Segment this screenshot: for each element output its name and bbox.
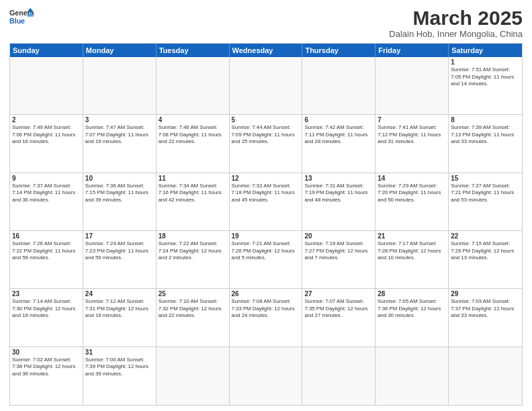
header-sunday: Sunday: [10, 44, 83, 57]
day-number-22: 22: [451, 232, 520, 240]
cal-cell-w3-d4: 20Sunrise: 7:19 AM Sunset: 7:27 PM Dayli…: [302, 231, 375, 288]
cal-cell-w5-d0: 30Sunrise: 7:02 AM Sunset: 7:38 PM Dayli…: [10, 347, 83, 405]
day-info-23: Sunrise: 7:14 AM Sunset: 7:30 PM Dayligh…: [12, 298, 81, 320]
cal-cell-w2-d2: 11Sunrise: 7:34 AM Sunset: 7:16 PM Dayli…: [157, 173, 230, 230]
cal-cell-w0-d0: [10, 57, 83, 114]
cal-cell-w1-d2: 4Sunrise: 7:46 AM Sunset: 7:08 PM Daylig…: [157, 115, 230, 172]
calendar-header: Sunday Monday Tuesday Wednesday Thursday…: [10, 44, 522, 57]
day-number-30: 30: [12, 349, 81, 356]
header-thursday: Thursday: [302, 44, 375, 57]
day-info-30: Sunrise: 7:02 AM Sunset: 7:38 PM Dayligh…: [12, 357, 81, 378]
header-tuesday: Tuesday: [157, 44, 230, 57]
day-number-5: 5: [232, 116, 300, 124]
day-number-20: 20: [304, 232, 373, 240]
cal-cell-w5-d5: [375, 347, 449, 405]
calendar-body: 1Sunrise: 7:51 AM Sunset: 7:05 PM Daylig…: [10, 57, 522, 405]
day-number-16: 16: [12, 232, 81, 240]
cal-cell-w5-d4: [302, 347, 375, 405]
day-number-12: 12: [232, 175, 300, 182]
day-number-11: 11: [159, 175, 227, 182]
page: General Blue March 2025 Dalain Hob, Inne…: [0, 0, 532, 411]
cal-cell-w3-d1: 17Sunrise: 7:24 AM Sunset: 7:23 PM Dayli…: [83, 231, 157, 288]
day-info-13: Sunrise: 7:31 AM Sunset: 7:19 PM Dayligh…: [304, 183, 373, 204]
cal-cell-w4-d4: 27Sunrise: 7:07 AM Sunset: 7:35 PM Dayli…: [302, 289, 375, 346]
day-info-18: Sunrise: 7:22 AM Sunset: 7:24 PM Dayligh…: [159, 240, 227, 262]
day-number-4: 4: [159, 116, 227, 124]
cal-cell-w3-d6: 22Sunrise: 7:15 AM Sunset: 7:29 PM Dayli…: [449, 231, 522, 288]
week-row-1: 2Sunrise: 7:49 AM Sunset: 7:06 PM Daylig…: [10, 115, 522, 173]
day-info-14: Sunrise: 7:29 AM Sunset: 7:20 PM Dayligh…: [378, 183, 446, 204]
cal-cell-w0-d4: [302, 57, 375, 114]
header-monday: Monday: [83, 44, 157, 57]
day-number-3: 3: [85, 116, 154, 124]
day-info-6: Sunrise: 7:42 AM Sunset: 7:11 PM Dayligh…: [304, 124, 373, 146]
day-number-24: 24: [85, 290, 154, 298]
day-info-26: Sunrise: 7:08 AM Sunset: 7:33 PM Dayligh…: [232, 298, 300, 320]
cal-cell-w4-d1: 24Sunrise: 7:12 AM Sunset: 7:31 PM Dayli…: [83, 289, 157, 346]
cal-cell-w1-d5: 7Sunrise: 7:41 AM Sunset: 7:12 PM Daylig…: [375, 115, 449, 172]
cal-cell-w2-d1: 10Sunrise: 7:36 AM Sunset: 7:15 PM Dayli…: [83, 173, 157, 230]
day-number-10: 10: [85, 175, 154, 182]
cal-cell-w0-d6: 1Sunrise: 7:51 AM Sunset: 7:05 PM Daylig…: [449, 57, 522, 114]
cal-cell-w4-d5: 28Sunrise: 7:05 AM Sunset: 7:36 PM Dayli…: [375, 289, 449, 346]
cal-cell-w5-d2: [157, 347, 230, 405]
day-info-25: Sunrise: 7:10 AM Sunset: 7:32 PM Dayligh…: [159, 298, 227, 320]
day-info-27: Sunrise: 7:07 AM Sunset: 7:35 PM Dayligh…: [304, 298, 373, 320]
cal-cell-w1-d0: 2Sunrise: 7:49 AM Sunset: 7:06 PM Daylig…: [10, 115, 83, 172]
week-row-3: 16Sunrise: 7:26 AM Sunset: 7:22 PM Dayli…: [10, 231, 522, 289]
week-row-2: 9Sunrise: 7:37 AM Sunset: 7:14 PM Daylig…: [10, 173, 522, 231]
svg-text:Blue: Blue: [9, 17, 25, 25]
day-info-5: Sunrise: 7:44 AM Sunset: 7:09 PM Dayligh…: [232, 124, 300, 146]
cal-cell-w0-d2: [157, 57, 230, 114]
day-info-9: Sunrise: 7:37 AM Sunset: 7:14 PM Dayligh…: [12, 183, 81, 204]
day-info-17: Sunrise: 7:24 AM Sunset: 7:23 PM Dayligh…: [85, 240, 154, 262]
cal-cell-w5-d6: [449, 347, 522, 405]
cal-cell-w1-d1: 3Sunrise: 7:47 AM Sunset: 7:07 PM Daylig…: [83, 115, 157, 172]
cal-cell-w1-d6: 8Sunrise: 7:39 AM Sunset: 7:13 PM Daylig…: [449, 115, 522, 172]
cal-cell-w2-d5: 14Sunrise: 7:29 AM Sunset: 7:20 PM Dayli…: [375, 173, 449, 230]
week-row-4: 23Sunrise: 7:14 AM Sunset: 7:30 PM Dayli…: [10, 289, 522, 347]
day-number-27: 27: [304, 290, 373, 298]
day-number-17: 17: [85, 232, 154, 240]
day-info-3: Sunrise: 7:47 AM Sunset: 7:07 PM Dayligh…: [85, 124, 154, 146]
day-number-13: 13: [304, 175, 373, 182]
day-number-25: 25: [159, 290, 227, 298]
title-block: March 2025 Dalain Hob, Inner Mongolia, C…: [389, 7, 523, 39]
day-info-24: Sunrise: 7:12 AM Sunset: 7:31 PM Dayligh…: [85, 298, 154, 320]
day-number-2: 2: [12, 116, 81, 124]
day-number-28: 28: [378, 290, 446, 298]
day-number-21: 21: [378, 232, 446, 240]
day-info-8: Sunrise: 7:39 AM Sunset: 7:13 PM Dayligh…: [451, 124, 520, 146]
cal-cell-w1-d4: 6Sunrise: 7:42 AM Sunset: 7:11 PM Daylig…: [302, 115, 375, 172]
cal-cell-w4-d3: 26Sunrise: 7:08 AM Sunset: 7:33 PM Dayli…: [230, 289, 303, 346]
cal-cell-w3-d0: 16Sunrise: 7:26 AM Sunset: 7:22 PM Dayli…: [10, 231, 83, 288]
header: General Blue March 2025 Dalain Hob, Inne…: [9, 7, 523, 39]
cal-cell-w3-d3: 19Sunrise: 7:21 AM Sunset: 7:26 PM Dayli…: [230, 231, 303, 288]
cal-cell-w2-d3: 12Sunrise: 7:32 AM Sunset: 7:18 PM Dayli…: [230, 173, 303, 230]
cal-cell-w5-d3: [230, 347, 303, 405]
day-info-22: Sunrise: 7:15 AM Sunset: 7:29 PM Dayligh…: [451, 240, 520, 262]
day-info-1: Sunrise: 7:51 AM Sunset: 7:05 PM Dayligh…: [451, 66, 520, 88]
subtitle: Dalain Hob, Inner Mongolia, China: [389, 29, 523, 39]
day-info-16: Sunrise: 7:26 AM Sunset: 7:22 PM Dayligh…: [12, 240, 81, 262]
day-number-1: 1: [451, 58, 520, 66]
cal-cell-w0-d5: [375, 57, 449, 114]
cal-cell-w2-d4: 13Sunrise: 7:31 AM Sunset: 7:19 PM Dayli…: [302, 173, 375, 230]
cal-cell-w4-d2: 25Sunrise: 7:10 AM Sunset: 7:32 PM Dayli…: [157, 289, 230, 346]
day-info-7: Sunrise: 7:41 AM Sunset: 7:12 PM Dayligh…: [378, 124, 446, 146]
day-info-15: Sunrise: 7:27 AM Sunset: 7:21 PM Dayligh…: [451, 183, 520, 204]
day-number-18: 18: [159, 232, 227, 240]
week-row-5: 30Sunrise: 7:02 AM Sunset: 7:38 PM Dayli…: [10, 347, 522, 405]
day-info-21: Sunrise: 7:17 AM Sunset: 7:28 PM Dayligh…: [378, 240, 446, 262]
week-row-0: 1Sunrise: 7:51 AM Sunset: 7:05 PM Daylig…: [10, 57, 522, 115]
header-saturday: Saturday: [449, 44, 522, 57]
day-info-28: Sunrise: 7:05 AM Sunset: 7:36 PM Dayligh…: [378, 298, 446, 320]
cal-cell-w3-d5: 21Sunrise: 7:17 AM Sunset: 7:28 PM Dayli…: [375, 231, 449, 288]
calendar: Sunday Monday Tuesday Wednesday Thursday…: [9, 43, 523, 406]
day-info-19: Sunrise: 7:21 AM Sunset: 7:26 PM Dayligh…: [232, 240, 300, 262]
logo: General Blue: [9, 7, 34, 26]
day-info-11: Sunrise: 7:34 AM Sunset: 7:16 PM Dayligh…: [159, 183, 227, 204]
cal-cell-w4-d0: 23Sunrise: 7:14 AM Sunset: 7:30 PM Dayli…: [10, 289, 83, 346]
day-info-2: Sunrise: 7:49 AM Sunset: 7:06 PM Dayligh…: [12, 124, 81, 146]
month-title: March 2025: [389, 7, 523, 29]
